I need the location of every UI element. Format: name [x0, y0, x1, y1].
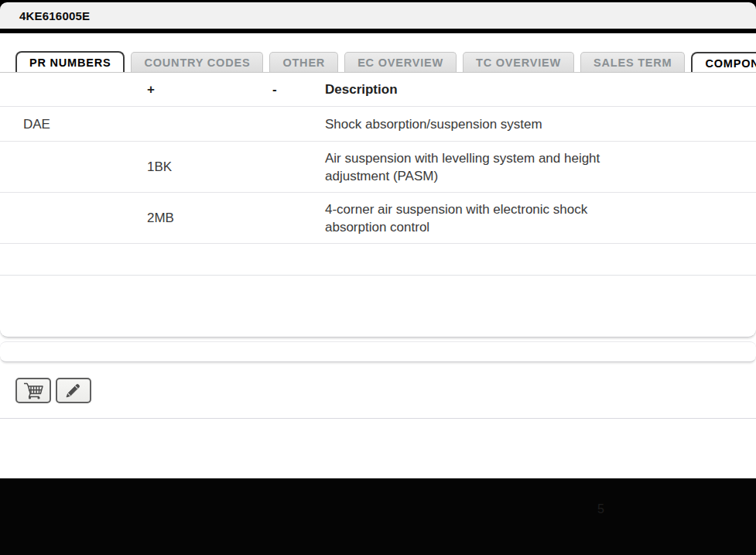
tab-bar-underline — [0, 72, 756, 73]
tab-label: EC OVERVIEW — [357, 57, 443, 69]
table-header-row: + - Description — [0, 73, 756, 107]
col-header-minus: - — [272, 81, 325, 98]
pencil-icon — [63, 382, 84, 399]
description-cell: Air suspension with levelling system and… — [325, 149, 756, 185]
col-header-plus: + — [147, 81, 272, 98]
main-card-bottom — [0, 276, 756, 337]
family-cell: DAE — [0, 115, 147, 133]
table-row[interactable]: 2MB 4-corner air suspension with electro… — [0, 193, 756, 244]
tab-sales-term[interactable]: SALES TERM — [580, 52, 685, 73]
toolbar — [15, 378, 91, 403]
tab-label: COUNTRY CODES — [144, 57, 250, 69]
tab-label: PR NUMBERS — [29, 57, 111, 69]
table-row[interactable]: 1BK Air suspension with levelling system… — [0, 142, 756, 193]
pr-numbers-table: + - Description DAE Shock absorption/sus… — [0, 73, 756, 244]
part-number: 4KE616005E — [19, 9, 90, 22]
tab-label: SALES TERM — [594, 57, 672, 69]
description-cell: Shock absorption/suspension system — [325, 115, 756, 133]
edit-button[interactable] — [56, 378, 91, 403]
tab-label: COMPONENTS — [705, 57, 756, 70]
col-header-description: Description — [325, 81, 756, 98]
tab-other[interactable]: OTHER — [269, 52, 338, 73]
tab-tc-overview[interactable]: TC OVERVIEW — [463, 52, 574, 73]
tab-pr-numbers[interactable]: PR NUMBERS — [15, 51, 125, 73]
tab-ec-overview[interactable]: EC OVERVIEW — [344, 52, 457, 73]
screen: 4KE616005E PR NUMBERS COUNTRY CODES OTHE… — [0, 0, 756, 555]
description-cell: 4-corner air suspension with electronic … — [325, 200, 756, 236]
table-row[interactable]: DAE Shock absorption/suspension system — [0, 107, 756, 142]
toolbar-divider — [0, 418, 756, 419]
tab-country-codes[interactable]: COUNTRY CODES — [131, 52, 263, 73]
tab-components[interactable]: COMPONENTS — [691, 52, 756, 73]
plus-cell: 1BK — [147, 158, 272, 176]
footer-black-bar: 5 — [0, 478, 756, 555]
tab-label: OTHER — [282, 57, 325, 69]
tab-label: TC OVERVIEW — [476, 57, 561, 69]
header-bar: 4KE616005E — [0, 2, 756, 29]
tab-bar: PR NUMBERS COUNTRY CODES OTHER EC OVERVI… — [15, 51, 756, 73]
empty-strip-panel — [0, 341, 756, 362]
plus-cell: 2MB — [147, 209, 272, 227]
cart-icon — [22, 382, 44, 400]
footer-faint-digit: 5 — [597, 502, 604, 516]
add-to-cart-button[interactable] — [15, 378, 51, 403]
